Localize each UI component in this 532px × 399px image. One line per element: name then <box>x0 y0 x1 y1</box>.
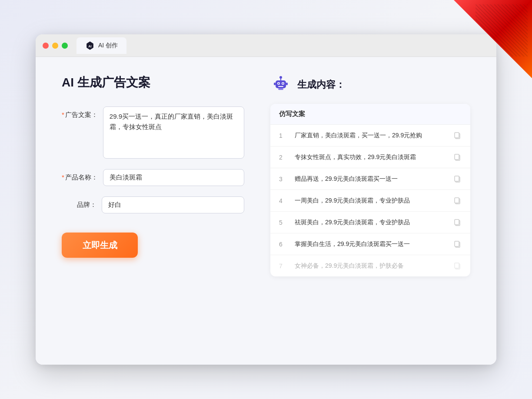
tab-label: AI 创作 <box>98 42 118 50</box>
copy-icon[interactable] <box>454 219 462 226</box>
svg-rect-24 <box>455 241 459 246</box>
row-number: 2 <box>279 154 288 161</box>
row-text: 掌握美白生活，29.9元美白淡斑霜买一送一 <box>295 239 447 249</box>
table-row: 1 厂家直销，美白淡斑霜，买一送一，29.9元抢购 <box>270 125 470 146</box>
row-number: 4 <box>279 197 288 204</box>
minimize-button[interactable] <box>52 43 58 49</box>
browser-window: AI AI 创作 AI 生成广告文案 *广告文案： 29.9买一送一，真正的厂家… <box>36 34 496 365</box>
ai-tab-icon: AI <box>85 41 95 50</box>
table-row: 6 掌握美白生活，29.9元美白淡斑霜买一送一 <box>270 233 470 255</box>
robot-icon <box>270 74 291 95</box>
table-row: 2 专抹女性斑点，真实功效，29.9元美白淡斑霜 <box>270 146 470 168</box>
brand-label: 品牌： <box>62 196 96 209</box>
brand-group: 品牌： <box>62 196 244 213</box>
row-number: 1 <box>279 132 288 139</box>
table-row: 5 祛斑美白，29.9元美白淡斑霜，专业护肤品 <box>270 212 470 233</box>
ad-copy-label: *广告文案： <box>62 106 98 119</box>
copy-icon[interactable] <box>454 240 462 248</box>
left-panel: AI 生成广告文案 *广告文案： 29.9买一送一，真正的厂家直销，美白淡斑霜，… <box>62 74 244 347</box>
ai-tab[interactable]: AI AI 创作 <box>76 37 126 54</box>
title-bar: AI AI 创作 <box>36 34 496 57</box>
table-row: 7 女神必备，29.9元美白淡斑霜，护肤必备 <box>270 255 470 276</box>
svg-rect-20 <box>455 198 459 203</box>
copy-icon[interactable] <box>454 262 462 270</box>
result-table: 仿写文案 1 厂家直销，美白淡斑霜，买一送一，29.9元抢购 2 专抹女性斑点，… <box>270 104 470 276</box>
product-name-label: *产品名称： <box>62 169 98 182</box>
row-text: 厂家直销，美白淡斑霜，买一送一，29.9元抢购 <box>295 131 447 140</box>
copy-icon[interactable] <box>454 175 462 183</box>
svg-rect-10 <box>274 83 276 85</box>
right-panel: 生成内容： 仿写文案 1 厂家直销，美白淡斑霜，买一送一，29.9元抢购 2 专… <box>270 74 470 347</box>
result-title: 生成内容： <box>297 78 345 91</box>
row-number: 7 <box>279 263 288 269</box>
row-text: 赠品再送，29.9元美白淡斑霜买一送一 <box>295 174 447 183</box>
product-name-group: *产品名称： <box>62 169 244 186</box>
svg-point-9 <box>279 76 282 79</box>
copy-icon[interactable] <box>454 197 462 205</box>
maximize-button[interactable] <box>62 43 68 49</box>
row-number: 3 <box>279 176 288 183</box>
svg-rect-26 <box>455 263 459 268</box>
svg-rect-16 <box>455 154 459 160</box>
window-controls <box>43 43 68 49</box>
table-row: 3 赠品再送，29.9元美白淡斑霜买一送一 <box>270 168 470 190</box>
table-row: 4 一周美白，29.9元美白淡斑霜，专业护肤品 <box>270 190 470 212</box>
row-text: 一周美白，29.9元美白淡斑霜，专业护肤品 <box>295 196 447 205</box>
copy-icon[interactable] <box>454 153 462 161</box>
svg-rect-12 <box>278 88 283 90</box>
row-number: 5 <box>279 219 288 226</box>
row-text: 祛斑美白，29.9元美白淡斑霜，专业护肤品 <box>295 218 447 227</box>
svg-rect-14 <box>455 133 459 138</box>
generate-button[interactable]: 立即生成 <box>62 233 138 258</box>
svg-text:AI: AI <box>88 44 91 48</box>
copy-icon[interactable] <box>454 132 462 140</box>
row-number: 6 <box>279 241 288 248</box>
svg-point-6 <box>283 83 284 84</box>
ad-copy-input[interactable]: 29.9买一送一，真正的厂家直销，美白淡斑霜，专抹女性斑点 <box>103 106 244 159</box>
brand-input[interactable] <box>102 196 244 213</box>
tab-area: AI AI 创作 <box>76 37 126 54</box>
close-button[interactable] <box>43 43 49 49</box>
product-name-required: * <box>62 173 64 181</box>
ad-copy-required: * <box>62 111 64 118</box>
product-name-input[interactable] <box>103 169 244 186</box>
result-header: 生成内容： <box>270 74 470 95</box>
table-header: 仿写文案 <box>270 104 470 125</box>
ad-copy-group: *广告文案： 29.9买一送一，真正的厂家直销，美白淡斑霜，专抹女性斑点 <box>62 106 244 159</box>
svg-rect-11 <box>286 83 288 85</box>
svg-rect-22 <box>455 219 459 225</box>
svg-rect-7 <box>278 86 283 87</box>
row-text: 女神必备，29.9元美白淡斑霜，护肤必备 <box>295 261 447 270</box>
svg-point-5 <box>278 83 279 84</box>
row-text: 专抹女性斑点，真实功效，29.9元美白淡斑霜 <box>295 153 447 162</box>
content-area: AI 生成广告文案 *广告文案： 29.9买一送一，真正的厂家直销，美白淡斑霜，… <box>36 57 496 365</box>
svg-rect-2 <box>276 80 286 88</box>
page-title: AI 生成广告文案 <box>62 74 244 91</box>
svg-rect-18 <box>455 176 459 181</box>
